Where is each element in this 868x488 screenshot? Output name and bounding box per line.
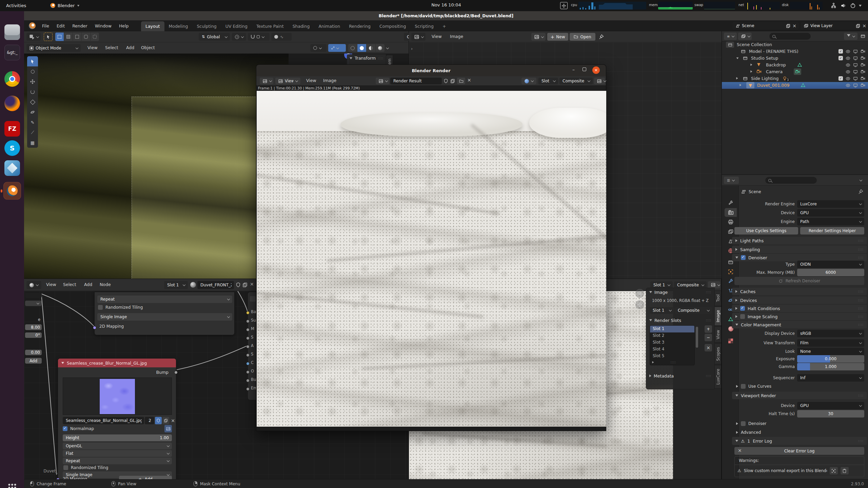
menu-view[interactable]: View (84, 45, 101, 50)
system-monitor-icon[interactable] (560, 2, 568, 9)
image-source-dropdown[interactable]: Single Image (97, 313, 232, 321)
input-socket[interactable] (246, 328, 250, 331)
image-texture-node-2[interactable]: Repeat Randomized Tiling Single Image 2D… (94, 292, 235, 335)
view-layer-selector[interactable]: View Layer (801, 22, 868, 29)
panel-devices[interactable]: Devices:::: (732, 297, 867, 304)
monitor-icon[interactable] (853, 63, 858, 67)
input-socket[interactable] (246, 353, 250, 357)
panel-error-log[interactable]: 1Error Log:::: (732, 437, 867, 445)
tab-uv-editing[interactable]: UV Editing (221, 21, 252, 31)
input-socket[interactable] (246, 387, 250, 391)
menu-view[interactable]: View (302, 78, 320, 83)
expand-icon[interactable] (750, 70, 752, 73)
use-curves-checkbox[interactable] (741, 384, 746, 389)
scene-selector[interactable]: Scene (732, 22, 799, 29)
view-transform-dropdown[interactable]: Film (797, 339, 864, 347)
chevron-down-icon[interactable] (859, 5, 862, 7)
outliner-search[interactable] (769, 33, 811, 40)
viewport-denoiser-checkbox[interactable] (741, 421, 746, 426)
clear-error-log-button[interactable]: Clear Error Log (734, 447, 864, 455)
tab-rendering[interactable]: Rendering (344, 21, 375, 31)
panel-caches[interactable]: Caches:::: (732, 288, 867, 295)
show-overlays-dropdown[interactable]: ⤢ (328, 44, 346, 52)
new-collection-button[interactable] (859, 33, 867, 40)
monitor-icon[interactable] (853, 83, 858, 88)
power-icon[interactable] (850, 3, 856, 8)
device-dropdown[interactable]: GPU (797, 209, 864, 217)
sidebar-collapsed-arrow[interactable]: › (411, 46, 413, 51)
monitor-icon[interactable] (853, 49, 858, 54)
panel-light-paths[interactable]: Light Paths:::: (732, 237, 867, 244)
outliner-row-model[interactable]: Model - (RENAME THIS) ✓ (722, 48, 868, 55)
outliner-row-studio-setup[interactable]: Studio Setup ✓ (722, 55, 868, 62)
expand-icon[interactable] (750, 64, 752, 66)
material-preview-icon[interactable] (190, 282, 196, 288)
display-device-dropdown[interactable]: sRGB (797, 330, 864, 337)
selectable-checkbox[interactable]: ✓ (839, 76, 843, 81)
render-window-title-bar[interactable]: Blender Render – × (256, 65, 606, 76)
sequencer-dropdown[interactable]: Inf (797, 374, 864, 382)
add-slot-button[interactable]: + (705, 325, 712, 333)
transform-panel-title[interactable]: Transform (355, 56, 376, 61)
outliner-row-side-lighting[interactable]: Side Lighting 3 ✓ (722, 75, 868, 82)
unlink-material-icon[interactable] (250, 282, 254, 287)
tab-layout[interactable]: Layout (141, 21, 164, 31)
tool-measure[interactable]: ⟋ (27, 127, 38, 138)
sidebar-tab-view[interactable]: View (714, 326, 722, 343)
image-pin-dropdown[interactable] (594, 78, 605, 84)
dock-item-filezilla[interactable]: FZ (4, 121, 20, 137)
open-image-button[interactable] (457, 78, 465, 84)
selectable-checkbox[interactable]: ✓ (839, 56, 843, 60)
node-header[interactable]: Seamless_crease_Blur_Normal_GL.jpg (58, 359, 176, 367)
projection-dropdown[interactable]: Flat (63, 450, 172, 457)
tool-transform[interactable] (27, 107, 38, 117)
camera-toggle-icon[interactable] (861, 56, 865, 61)
input-socket[interactable] (246, 362, 250, 365)
input-socket[interactable] (246, 370, 250, 374)
panel-sampling[interactable]: Sampling:::: (732, 246, 867, 253)
fake-user-shield-icon[interactable] (236, 282, 241, 287)
max-memory-field[interactable]: 6000 (797, 269, 864, 276)
window-title-bar[interactable]: Blender* [/home/david/tmp/blackbed2/Bed_… (24, 11, 868, 20)
editor-type-button[interactable]: ☰ (724, 177, 739, 184)
clock[interactable]: Nov 16 10:04 (412, 2, 480, 7)
fake-user-button[interactable] (155, 417, 162, 424)
outliner-row-camera[interactable]: Camera (722, 68, 868, 75)
tab-animation[interactable]: Animation (314, 21, 344, 31)
panel-viewport-render[interactable]: Viewport Render:::: (732, 392, 867, 399)
minimize-button[interactable]: – (572, 67, 575, 72)
select-mode-buttons[interactable] (55, 33, 99, 41)
input-socket[interactable] (246, 337, 250, 340)
dock-item-terminal[interactable]: &gt;_ (4, 45, 20, 60)
zoom-gizmo-button[interactable] (635, 289, 644, 298)
2d-mapping-socket[interactable] (93, 326, 96, 329)
tab-output[interactable] (725, 218, 737, 226)
monitor-icon[interactable] (853, 76, 858, 81)
tab-sculpting[interactable]: Sculpting (192, 21, 221, 31)
eye-icon[interactable] (846, 49, 850, 54)
material-name-field[interactable]: Duvet_FRONT_2 (197, 281, 234, 289)
rendered-image[interactable] (257, 91, 606, 427)
image-panel-header[interactable]: Image (654, 290, 668, 295)
pin-icon[interactable] (858, 189, 863, 194)
users-count[interactable]: 2 (145, 417, 154, 424)
render-pass-dropdown[interactable]: Composite (674, 281, 707, 288)
network-icon[interactable] (831, 3, 836, 8)
proportional-editing-dropdown[interactable]: ∿ (271, 33, 292, 41)
tab-tool[interactable] (725, 199, 737, 207)
open-image-button[interactable]: Open (570, 33, 595, 41)
image-name-field[interactable]: Seamless_crease_Blur_Normal_GL.jpg (63, 417, 144, 424)
slot-row[interactable]: Slot 3 (650, 339, 694, 346)
dock-item-chrome[interactable] (4, 71, 20, 87)
mapping-node-fragment[interactable]: e 8.00 0° 0.00 Add (24, 292, 42, 373)
slot-dropdown[interactable]: Slot 1 (650, 307, 674, 314)
image-scaling-checkbox[interactable] (740, 314, 745, 319)
menu-image[interactable]: Image (446, 34, 467, 39)
menu-window[interactable]: Window (91, 23, 115, 28)
eye-icon[interactable] (846, 83, 850, 88)
sidebar-tab-image[interactable]: Image (714, 307, 722, 326)
denoiser-checkbox[interactable] (741, 255, 746, 260)
menu-render[interactable]: Render (68, 23, 91, 28)
halt-time-field[interactable]: 30 (797, 410, 864, 418)
image-browse-dropdown[interactable] (376, 78, 389, 84)
